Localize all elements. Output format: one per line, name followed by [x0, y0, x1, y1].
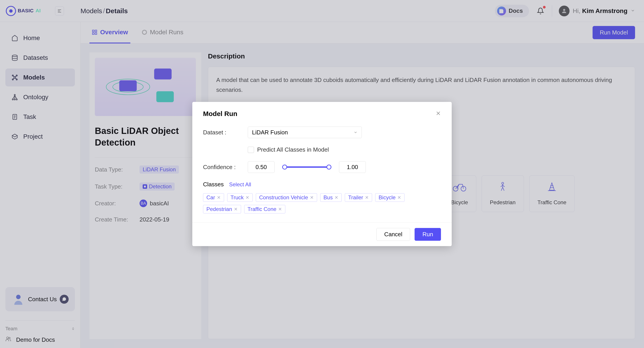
chip-remove-icon[interactable]: ✕: [278, 207, 282, 212]
chip-remove-icon[interactable]: ✕: [310, 195, 314, 200]
chip-remove-icon[interactable]: ✕: [365, 195, 369, 200]
chip-remove-icon[interactable]: ✕: [397, 195, 401, 200]
chip-label: Bus: [324, 194, 333, 201]
chip-label: Construction Vehicle: [259, 194, 308, 201]
slider-thumb-min[interactable]: [282, 164, 287, 169]
chip-remove-icon[interactable]: ✕: [217, 195, 221, 200]
chip-label: Bicycle: [378, 194, 396, 201]
confidence-slider[interactable]: [282, 166, 332, 168]
class-chip[interactable]: Construction Vehicle✕: [256, 193, 317, 202]
predict-all-label: Predict All Classes in Model: [257, 146, 329, 153]
chip-remove-icon[interactable]: ✕: [234, 207, 238, 212]
run-button[interactable]: Run: [414, 228, 441, 241]
classes-chip-row: Car✕Truck✕Construction Vehicle✕Bus✕Trail…: [203, 193, 441, 213]
modal-footer: Cancel Run: [192, 222, 452, 246]
predict-all-checkbox[interactable]: [248, 147, 254, 153]
class-chip[interactable]: Car✕: [203, 193, 224, 202]
class-chip[interactable]: Traffic Cone✕: [244, 205, 285, 213]
class-chip[interactable]: Bicycle✕: [375, 193, 404, 202]
modal-body: Dataset : LiDAR Fusion Predict All Class…: [192, 124, 452, 222]
chip-label: Trailer: [348, 194, 363, 201]
chip-label: Truck: [230, 194, 244, 201]
dataset-selected-value: LiDAR Fusion: [252, 129, 288, 136]
class-chip[interactable]: Trailer✕: [345, 193, 372, 202]
chip-label: Traffic Cone: [248, 206, 276, 212]
model-run-modal: Model Run Dataset : LiDAR Fusion Predict…: [192, 102, 452, 246]
modal-title: Model Run: [203, 110, 237, 118]
confidence-label: Confidence :: [203, 164, 243, 171]
chip-remove-icon[interactable]: ✕: [246, 195, 249, 200]
chip-label: Car: [206, 194, 215, 201]
cancel-button[interactable]: Cancel: [376, 228, 410, 241]
modal-header: Model Run: [192, 102, 452, 124]
class-chip[interactable]: Bus✕: [320, 193, 342, 202]
dataset-select[interactable]: LiDAR Fusion: [248, 126, 362, 138]
select-all-link[interactable]: Select All: [229, 182, 251, 188]
close-icon: [436, 111, 441, 116]
class-chip[interactable]: Pedestrian✕: [203, 205, 241, 213]
chip-remove-icon[interactable]: ✕: [334, 195, 338, 200]
predict-all-row[interactable]: Predict All Classes in Model: [248, 146, 441, 153]
confidence-min-input[interactable]: [248, 161, 274, 173]
classes-label: Classes: [203, 181, 224, 188]
modal-overlay: Model Run Dataset : LiDAR Fusion Predict…: [0, 0, 644, 348]
confidence-max-input[interactable]: [339, 161, 366, 173]
class-chip[interactable]: Truck✕: [227, 193, 253, 202]
slider-thumb-max[interactable]: [326, 164, 332, 169]
chevron-down-icon: [354, 130, 358, 134]
chip-label: Pedestrian: [206, 206, 232, 212]
modal-close-button[interactable]: [436, 110, 441, 118]
dataset-label: Dataset :: [203, 129, 243, 136]
